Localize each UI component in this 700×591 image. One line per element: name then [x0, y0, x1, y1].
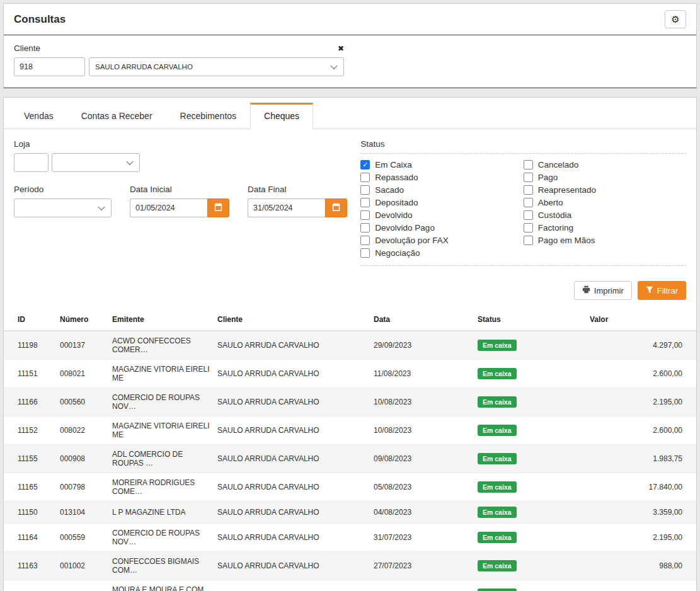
- data-inicial-calendar-button[interactable]: [207, 198, 229, 217]
- status-option-pago[interactable]: Pago: [524, 173, 686, 182]
- data-inicial-group: Data Inicial: [130, 185, 229, 217]
- table-row[interactable]: 11155000908ADL COMERCIO DE ROUPAS …SAULO…: [4, 445, 696, 473]
- status-option-aberto[interactable]: Aberto: [524, 198, 686, 207]
- cell-numero: 000798: [56, 473, 108, 502]
- cell-numero: 851908: [56, 580, 108, 591]
- loja-select[interactable]: [52, 153, 140, 172]
- data-final-calendar-button[interactable]: [325, 198, 347, 217]
- status-option-label: Devolvido: [375, 210, 412, 220]
- table-row[interactable]: 11163001002CONFECCOES BIGMAIS COM…SAULO …: [4, 552, 696, 580]
- table-row[interactable]: 11150013104L P MAGAZINE LTDASAULO ARRUDA…: [4, 502, 696, 524]
- checkbox-icon[interactable]: [360, 248, 370, 258]
- checkbox-icon[interactable]: [524, 173, 533, 182]
- tab-recebimentos[interactable]: Recebimentos: [166, 103, 251, 129]
- status-option-sacado[interactable]: Sacado: [360, 185, 523, 195]
- actions-row: Imprimir Filtrar: [4, 266, 696, 307]
- checkbox-icon[interactable]: [524, 185, 533, 195]
- checkbox-icon[interactable]: [360, 173, 370, 182]
- status-option-reapresentado[interactable]: Reapresentado: [524, 185, 686, 195]
- status-option-label: Repassado: [375, 173, 418, 182]
- cell-valor: 2.195,00: [586, 388, 696, 416]
- imprimir-button[interactable]: Imprimir: [574, 281, 632, 300]
- tab-vendas[interactable]: Vendas: [10, 103, 67, 129]
- status-option-repassado[interactable]: Repassado: [360, 173, 523, 182]
- table-row[interactable]: 11164000559COMERCIO DE ROUPAS NOV…SAULO …: [4, 524, 696, 552]
- cell-cliente: SAULO ARRUDA CARVALHO: [214, 331, 370, 360]
- status-option-label: Devolvido Pago: [375, 223, 435, 232]
- cell-cliente: SAULO ARRUDA CARVALHO: [214, 445, 370, 473]
- status-badge: Em caixa: [478, 340, 517, 351]
- status-options-left: ✓Em CaixaRepassadoSacadoDepositadoDevolv…: [360, 160, 523, 258]
- table-row[interactable]: 11165000798MOREIRA RODRIGUES COME…SAULO …: [4, 473, 696, 502]
- checkbox-icon[interactable]: [524, 198, 533, 207]
- cell-data: 09/08/2023: [370, 445, 474, 473]
- checkbox-icon[interactable]: [360, 223, 370, 232]
- data-inicial-input[interactable]: [130, 198, 207, 217]
- periodo-label: Período: [14, 185, 112, 194]
- checkbox-icon[interactable]: [524, 210, 533, 220]
- checkbox-icon[interactable]: [360, 185, 370, 195]
- cell-emitente: MOREIRA RODRIGUES COME…: [108, 473, 214, 502]
- table-row[interactable]: 11195851908MOURA E MOURA E COM VAR…SAULO…: [4, 580, 696, 591]
- checkbox-icon[interactable]: [524, 223, 533, 232]
- cell-data: 04/08/2023: [370, 502, 474, 524]
- cell-status: Em caixa: [474, 524, 586, 552]
- filtrar-button[interactable]: Filtrar: [638, 281, 686, 300]
- status-option-label: Devolução por FAX: [375, 236, 448, 245]
- cell-emitente: ACWD CONFECCOES COMER…: [108, 331, 214, 360]
- cell-emitente: ADL COMERCIO DE ROUPAS …: [108, 445, 214, 473]
- settings-button[interactable]: ⚙: [665, 10, 686, 28]
- cliente-code-input[interactable]: [14, 57, 85, 76]
- tab-cheques[interactable]: Cheques: [250, 103, 313, 129]
- table-row[interactable]: 11198000137ACWD CONFECCOES COMER…SAULO A…: [4, 331, 696, 360]
- cliente-select[interactable]: SAULO ARRUDA CARVALHO: [89, 57, 344, 76]
- cell-valor: 2.600,00: [586, 360, 696, 388]
- periodo-select[interactable]: [14, 198, 112, 217]
- checkbox-icon[interactable]: [524, 160, 533, 169]
- close-icon[interactable]: ✖: [338, 44, 344, 53]
- cell-valor: 3.359,00: [586, 502, 696, 524]
- status-option-factoring[interactable]: Factoring: [524, 223, 686, 232]
- status-option-em-caixa[interactable]: ✓Em Caixa: [360, 160, 523, 169]
- status-option-devolvido-pago[interactable]: Devolvido Pago: [360, 223, 523, 232]
- cell-id: 11150: [4, 502, 56, 524]
- cell-data: 10/08/2023: [370, 416, 474, 445]
- cell-cliente: SAULO ARRUDA CARVALHO: [214, 552, 370, 580]
- filtrar-label: Filtrar: [657, 286, 678, 296]
- cell-data: 29/09/2023: [370, 331, 474, 360]
- cell-numero: 000560: [56, 388, 108, 416]
- cell-status: Em caixa: [474, 580, 586, 591]
- checkbox-icon[interactable]: [524, 236, 533, 245]
- tab-contas-a-receber[interactable]: Contas a Receber: [67, 103, 166, 129]
- cliente-label: Cliente: [14, 43, 40, 53]
- status-option-depositado[interactable]: Depositado: [360, 198, 523, 207]
- cell-data: 05/08/2023: [370, 473, 474, 502]
- loja-label: Loja: [14, 139, 360, 149]
- checkbox-icon[interactable]: [360, 236, 370, 245]
- cheques-table: ID Número Emitente Cliente Data Status V…: [4, 309, 696, 591]
- table-row[interactable]: 11166000560COMERCIO DE ROUPAS NOV…SAULO …: [4, 388, 696, 416]
- status-option-devolucao-por-fax[interactable]: Devolução por FAX: [360, 236, 523, 245]
- loja-code-input[interactable]: [14, 153, 49, 172]
- table-row[interactable]: 11152008022MAGAZINE VITORIA EIRELI MESAU…: [4, 416, 696, 445]
- cell-numero: 000559: [56, 524, 108, 552]
- status-option-custodia[interactable]: Custódia: [524, 210, 686, 220]
- checkbox-checked-icon[interactable]: ✓: [360, 160, 370, 169]
- cell-cliente: SAULO ARRUDA CARVALHO: [214, 416, 370, 445]
- checkbox-icon[interactable]: [360, 198, 370, 207]
- status-option-label: Em Caixa: [375, 160, 412, 169]
- status-option-devolvido[interactable]: Devolvido: [360, 210, 523, 220]
- cell-status: Em caixa: [474, 360, 586, 388]
- status-option-pago-em-maos[interactable]: Pago em Mãos: [524, 236, 686, 245]
- status-option-negociacao[interactable]: Negociação: [360, 248, 523, 258]
- status-badge: Em caixa: [478, 507, 517, 518]
- cell-emitente: MAGAZINE VITORIA EIRELI ME: [108, 416, 214, 445]
- data-final-input[interactable]: [248, 198, 325, 217]
- cell-valor: 988,00: [586, 552, 696, 580]
- cell-numero: 000908: [56, 445, 108, 473]
- cell-id: 11151: [4, 360, 56, 388]
- table-row[interactable]: 11151008021MAGAZINE VITORIA EIRELI MESAU…: [4, 360, 696, 388]
- checkbox-icon[interactable]: [360, 210, 370, 220]
- cell-status: Em caixa: [474, 445, 586, 473]
- status-option-cancelado[interactable]: Cancelado: [524, 160, 686, 169]
